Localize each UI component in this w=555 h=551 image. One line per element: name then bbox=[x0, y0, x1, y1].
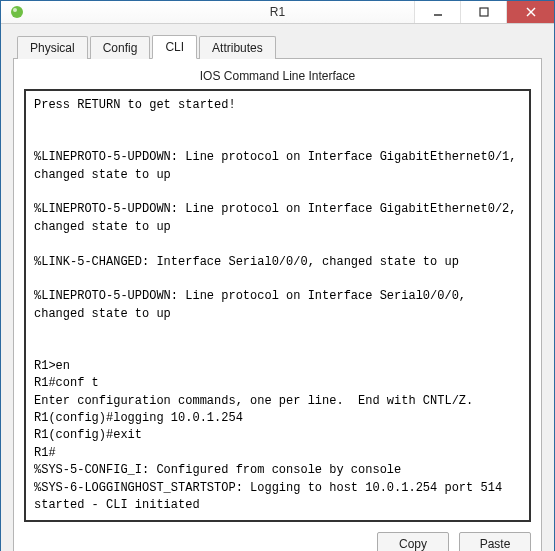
maximize-icon bbox=[479, 7, 489, 17]
window-controls bbox=[414, 1, 554, 23]
tab-cli[interactable]: CLI bbox=[152, 35, 197, 59]
tab-bar: Physical Config CLI Attributes bbox=[17, 34, 542, 58]
minimize-button[interactable] bbox=[414, 1, 460, 23]
svg-rect-3 bbox=[480, 8, 488, 16]
close-icon bbox=[526, 7, 536, 17]
minimize-icon bbox=[433, 7, 443, 17]
close-button[interactable] bbox=[506, 1, 554, 23]
tab-physical[interactable]: Physical bbox=[17, 36, 88, 59]
titlebar: R1 bbox=[1, 1, 554, 24]
svg-point-1 bbox=[13, 8, 17, 12]
svg-point-0 bbox=[11, 6, 23, 18]
app-window: R1 Physical Config CLI Attributes IO bbox=[0, 0, 555, 551]
terminal-output[interactable]: Press RETURN to get started! %LINEPROTO-… bbox=[24, 89, 531, 522]
copy-button[interactable]: Copy bbox=[377, 532, 449, 551]
app-icon bbox=[9, 4, 25, 20]
cli-panel: IOS Command Line Interface Press RETURN … bbox=[13, 58, 542, 551]
paste-button[interactable]: Paste bbox=[459, 532, 531, 551]
client-area: Physical Config CLI Attributes IOS Comma… bbox=[1, 24, 554, 551]
tab-attributes[interactable]: Attributes bbox=[199, 36, 276, 59]
panel-title: IOS Command Line Interface bbox=[24, 69, 531, 83]
maximize-button[interactable] bbox=[460, 1, 506, 23]
button-row: Copy Paste bbox=[24, 532, 531, 551]
tab-config[interactable]: Config bbox=[90, 36, 151, 59]
